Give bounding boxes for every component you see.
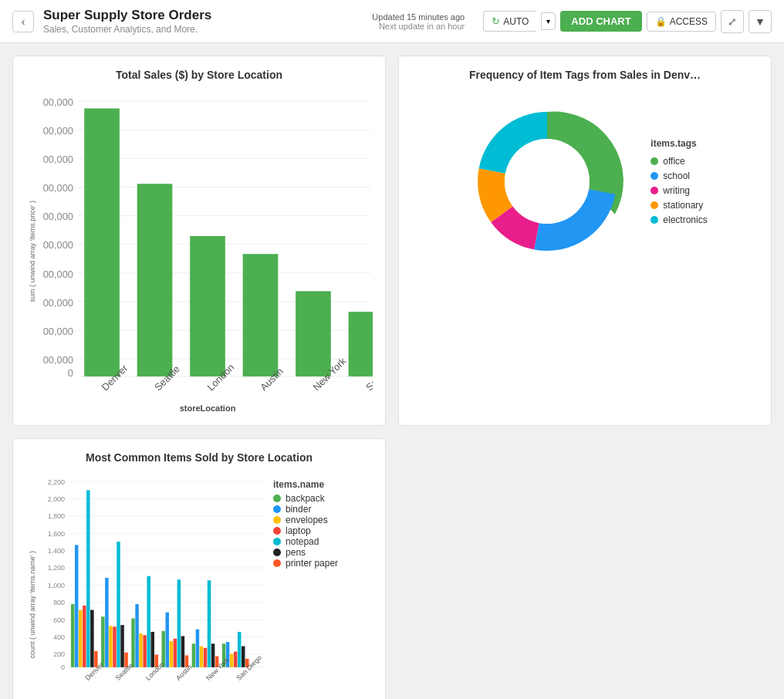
svg-rect-54 bbox=[79, 610, 82, 667]
chart2-title: Frequency of Item Tags from Sales in Den… bbox=[411, 69, 759, 81]
school-dot bbox=[651, 172, 658, 180]
svg-text:900,000: 900,000 bbox=[42, 125, 73, 137]
auto-label: AUTO bbox=[503, 16, 529, 27]
svg-text:700,000: 700,000 bbox=[42, 182, 73, 194]
svg-rect-62 bbox=[113, 627, 116, 667]
bars-seattle bbox=[101, 542, 128, 668]
donut-container: items.tags office school writing station… bbox=[411, 90, 759, 272]
notepad-dot bbox=[273, 538, 281, 545]
svg-rect-60 bbox=[105, 578, 108, 667]
pens-dot bbox=[273, 549, 281, 556]
envelopes-label: envelopes bbox=[286, 515, 328, 525]
svg-text:600,000: 600,000 bbox=[42, 211, 73, 222]
svg-rect-91 bbox=[238, 632, 241, 667]
electronics-label: electronics bbox=[663, 214, 707, 225]
bar-austin bbox=[243, 254, 279, 377]
legend-electronics: electronics bbox=[651, 214, 707, 225]
chart3-yaxis-label: count ( unwind array 'items.name' ) bbox=[29, 551, 36, 659]
chart1-svg: 1,000,000 900,000 800,000 700,000 600,00… bbox=[42, 90, 373, 398]
legend-envelopes: envelopes bbox=[273, 515, 338, 525]
page-title: Super Supply Store Orders bbox=[43, 8, 363, 23]
legend-school: school bbox=[651, 171, 707, 181]
next-update-text: Next update in an hour bbox=[372, 22, 465, 31]
svg-rect-82 bbox=[200, 647, 203, 667]
svg-text:200: 200 bbox=[53, 651, 65, 659]
filter-button[interactable]: ▼ bbox=[749, 10, 772, 33]
legend-binder: binder bbox=[273, 504, 338, 515]
svg-rect-77 bbox=[177, 580, 181, 668]
backpack-dot bbox=[273, 495, 281, 502]
refresh-icon: ↻ bbox=[492, 15, 500, 27]
binder-label: binder bbox=[286, 504, 311, 515]
donut-legend: items.tags office school writing station… bbox=[651, 138, 707, 225]
svg-rect-84 bbox=[208, 581, 211, 668]
add-chart-button[interactable]: ADD CHART bbox=[560, 11, 641, 32]
writing-dot bbox=[651, 187, 658, 194]
svg-text:800: 800 bbox=[53, 599, 65, 607]
svg-rect-81 bbox=[196, 630, 199, 667]
charts-grid: Total Sales ($) by Store Location sum ( … bbox=[0, 43, 784, 699]
chart-total-sales: Total Sales ($) by Store Location sum ( … bbox=[12, 56, 386, 426]
bars-denver bbox=[71, 491, 98, 668]
svg-text:300,000: 300,000 bbox=[42, 297, 73, 309]
printer-paper-label: printer paper bbox=[286, 558, 338, 569]
bar-seattle bbox=[137, 184, 173, 377]
access-label: ACCESS bbox=[670, 16, 708, 27]
svg-rect-74 bbox=[166, 613, 169, 667]
pens-label: pens bbox=[286, 547, 306, 558]
bars-austin bbox=[161, 580, 188, 668]
svg-rect-63 bbox=[117, 542, 120, 668]
svg-rect-90 bbox=[234, 652, 237, 667]
writing-label: writing bbox=[663, 185, 690, 196]
chart-most-common-items: Most Common Items Sold by Store Location… bbox=[12, 438, 386, 699]
auto-dropdown-button[interactable]: ▾ bbox=[541, 12, 556, 30]
laptop-dot bbox=[273, 527, 281, 535]
svg-rect-61 bbox=[109, 626, 112, 668]
chart1-xaxis-label: storeLocation bbox=[42, 404, 373, 413]
binder-dot bbox=[273, 505, 281, 513]
svg-text:1,600: 1,600 bbox=[48, 530, 65, 538]
lock-icon: 🔒 bbox=[655, 16, 667, 27]
svg-rect-56 bbox=[86, 491, 90, 668]
svg-text:400,000: 400,000 bbox=[42, 268, 73, 280]
svg-rect-70 bbox=[147, 576, 150, 667]
svg-text:1,200: 1,200 bbox=[48, 565, 65, 572]
chart3-legend-title: items.name bbox=[273, 479, 338, 490]
legend-stationary: stationary bbox=[651, 200, 707, 211]
office-dot bbox=[651, 157, 658, 165]
svg-text:1,800: 1,800 bbox=[48, 513, 65, 521]
header-actions: ↻ AUTO ▾ ADD CHART 🔒 ACCESS ⤢ ▼ bbox=[483, 10, 772, 33]
svg-rect-78 bbox=[181, 637, 184, 667]
svg-rect-53 bbox=[75, 545, 78, 667]
update-status: Updated 15 minutes ago Next update in an… bbox=[372, 12, 465, 31]
svg-rect-83 bbox=[204, 648, 207, 667]
expand-button[interactable]: ⤢ bbox=[721, 10, 744, 33]
chart-item-tags: Frequency of Item Tags from Sales in Den… bbox=[398, 56, 772, 426]
svg-text:1,000,000: 1,000,000 bbox=[42, 96, 73, 108]
auto-refresh-button[interactable]: ↻ AUTO bbox=[483, 11, 536, 32]
chart1-title: Total Sales ($) by Store Location bbox=[25, 69, 373, 81]
svg-text:200,000: 200,000 bbox=[42, 326, 73, 337]
svg-text:500,000: 500,000 bbox=[42, 239, 73, 251]
svg-text:400: 400 bbox=[53, 633, 65, 641]
updated-text: Updated 15 minutes ago bbox=[372, 12, 465, 22]
back-button[interactable]: ‹ bbox=[12, 11, 34, 32]
chart1-yaxis-label: sum ( unwind array 'items.price' ) bbox=[29, 201, 36, 302]
legend-writing: writing bbox=[651, 185, 707, 196]
bars-newyork bbox=[192, 581, 219, 668]
svg-rect-59 bbox=[101, 617, 104, 668]
backpack-label: backpack bbox=[286, 493, 325, 504]
notepad-label: notepad bbox=[286, 536, 319, 547]
svg-text:0: 0 bbox=[68, 367, 73, 379]
legend-notepad: notepad bbox=[273, 536, 338, 547]
svg-rect-89 bbox=[230, 654, 233, 667]
svg-rect-92 bbox=[242, 647, 245, 667]
chart3-svg: 2,200 2,000 1,800 1,600 1,400 1,200 1,00… bbox=[42, 473, 267, 699]
access-button[interactable]: 🔒 ACCESS bbox=[647, 12, 716, 32]
legend-office: office bbox=[651, 156, 707, 167]
svg-text:800,000: 800,000 bbox=[42, 154, 73, 165]
svg-text:0: 0 bbox=[61, 664, 65, 672]
svg-rect-52 bbox=[71, 604, 74, 667]
bar-sandiego bbox=[349, 312, 373, 377]
app-header: ‹ Super Supply Store Orders Sales, Custo… bbox=[0, 0, 784, 43]
